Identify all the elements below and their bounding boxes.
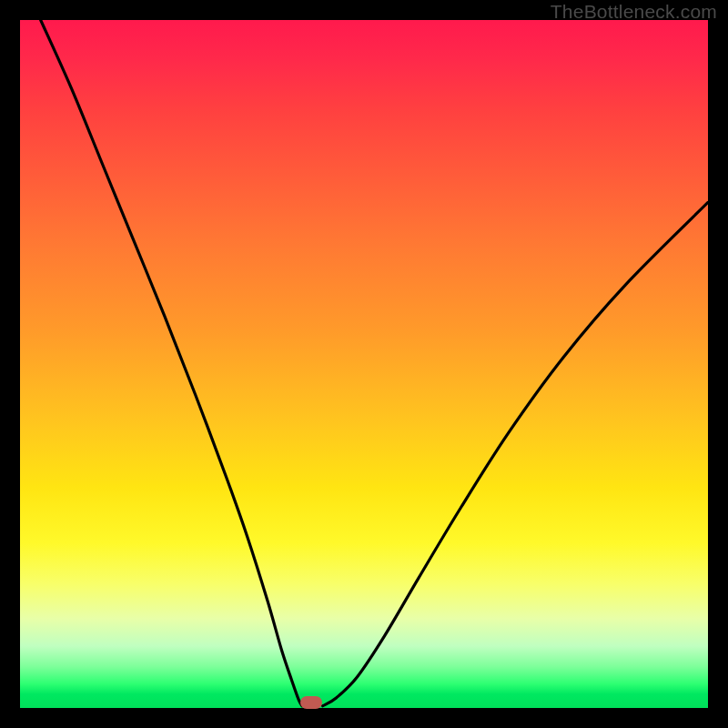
curve-right-branch: [323, 202, 708, 705]
curve-left-branch: [41, 20, 302, 706]
plot-area: [20, 20, 708, 708]
bottleneck-curve: [20, 20, 708, 708]
optimal-marker: [300, 696, 322, 709]
chart-frame: TheBottleneck.com: [0, 0, 728, 728]
